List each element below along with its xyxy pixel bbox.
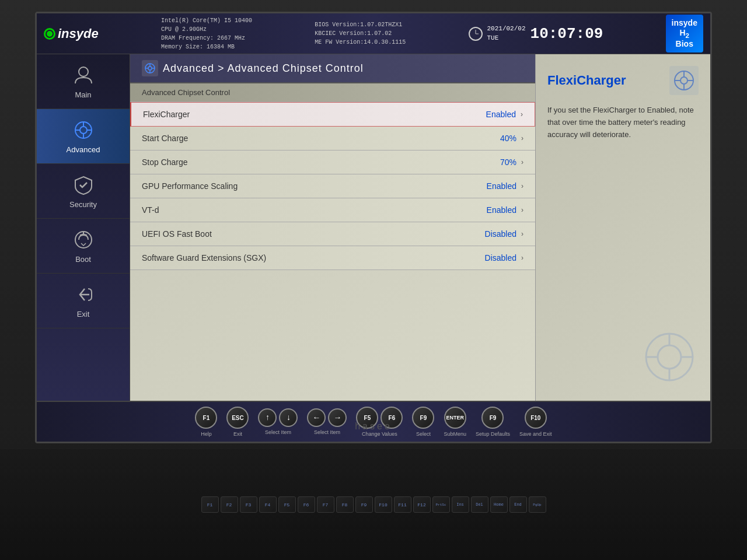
setting-value-text-4: Enabled	[487, 205, 516, 215]
select-item-label-1: Select Item	[265, 429, 291, 435]
arrow-right-button[interactable]: →	[328, 408, 347, 427]
key-f8[interactable]: F8	[336, 496, 354, 513]
center-panel: Advanced > Advanced Chipset Control Adva…	[130, 54, 535, 401]
setting-value-text-3: Enabled	[487, 181, 516, 191]
setting-name-6: Software Guard Extensions (SGX)	[142, 253, 266, 262]
f10-button[interactable]: F10	[525, 407, 547, 429]
settings-list: Advanced Chipset Control FlexiChargerEna…	[130, 83, 535, 401]
bios-screen: insyde Intel(R) Core(TM) I5 10400 CPU @ …	[35, 12, 712, 443]
sidebar-item-advanced[interactable]: Advanced	[37, 109, 130, 164]
table-row[interactable]: Software Guard Extensions (SGX)Disabled›	[130, 246, 535, 270]
setting-value-0: Enabled›	[486, 110, 523, 119]
enter-button[interactable]: ENTER	[444, 407, 466, 429]
setting-value-5: Disabled›	[485, 229, 523, 239]
svg-point-2	[80, 127, 87, 134]
bios-line1: BIOS Version:1.07.02THZX1	[315, 20, 406, 29]
arrow-left-button[interactable]: ←	[307, 408, 326, 427]
sidebar-item-boot[interactable]: Boot	[37, 219, 130, 274]
svg-point-0	[79, 67, 88, 76]
cpu-line1: Intel(R) Core(TM) I5 10400	[161, 16, 252, 25]
setting-name-1: Start Charge	[142, 134, 188, 143]
setting-value-2: 70%›	[500, 158, 523, 167]
arrow-updown-buttons: ↑ ↓	[258, 408, 298, 427]
arrow-up-button[interactable]: ↑	[258, 408, 277, 427]
key-prtsc[interactable]: PrtSc	[432, 496, 450, 513]
f1-button[interactable]: F1	[195, 407, 217, 429]
chevron-icon-0: ›	[521, 110, 523, 118]
svg-point-9	[148, 66, 152, 70]
datetime-area: 2021/02/02 TUE 10:07:09	[469, 24, 603, 43]
arrow-down-button[interactable]: ↓	[279, 408, 298, 427]
breadcrumb-icon	[142, 60, 158, 76]
sidebar-label-main: Main	[75, 90, 91, 99]
esc-key-group: ESC Exit	[226, 407, 249, 437]
hasee-brand: hasee	[355, 421, 392, 432]
setting-name-5: UEFI OS Fast Boot	[142, 229, 212, 239]
date-text: 2021/02/02 TUE	[487, 24, 526, 43]
info-description: If you set the FlexiCharger to Enabled, …	[547, 104, 699, 141]
f9-select-group: F9 Select	[412, 407, 434, 437]
arrow-updown-group: ↑ ↓ Select Item	[258, 408, 298, 435]
setting-value-text-1: 40%	[500, 134, 516, 143]
table-row[interactable]: VT-dEnabled›	[130, 198, 535, 222]
key-ins[interactable]: Ins	[452, 496, 469, 513]
breadcrumb-text: Advanced > Advanced Chipset Control	[163, 62, 364, 75]
cpu-line3: DRAM Frequency: 2667 MHz	[161, 34, 252, 43]
key-f1[interactable]: F1	[201, 496, 219, 513]
table-row[interactable]: Start Charge40%›	[130, 127, 535, 150]
sidebar-label-boot: Boot	[75, 255, 91, 264]
setting-value-6: Disabled›	[485, 253, 523, 262]
bios-line2: KBCIEC Version:1.07.02	[315, 29, 406, 38]
chevron-icon-6: ›	[521, 254, 523, 262]
key-f9[interactable]: F9	[355, 496, 373, 513]
main-content: Main Ad	[37, 54, 710, 401]
setting-name-3: GPU Performance Scaling	[142, 181, 238, 191]
chevron-icon-1: ›	[521, 134, 523, 142]
sidebar-item-main[interactable]: Main	[37, 54, 130, 109]
key-f6[interactable]: F6	[298, 496, 315, 513]
key-f11[interactable]: F11	[394, 496, 411, 513]
setting-value-4: Enabled›	[487, 205, 523, 215]
clock-icon	[469, 27, 483, 41]
exit-icon	[72, 283, 95, 306]
laptop-frame: insyde Intel(R) Core(TM) I5 10400 CPU @ …	[0, 0, 747, 560]
advanced-icon	[72, 118, 95, 142]
table-row[interactable]: FlexiChargerEnabled›	[130, 102, 535, 127]
key-f10[interactable]: F10	[375, 496, 392, 513]
key-f4[interactable]: F4	[259, 496, 277, 513]
insyde-circle-icon	[44, 28, 55, 40]
f9-select-button[interactable]: F9	[412, 407, 434, 429]
sidebar-item-exit[interactable]: Exit	[37, 274, 130, 328]
esc-button[interactable]: ESC	[226, 407, 249, 429]
key-f3[interactable]: F3	[240, 496, 257, 513]
setting-value-3: Enabled›	[487, 181, 523, 191]
key-f7[interactable]: F7	[317, 496, 334, 513]
setting-value-text-2: 70%	[500, 158, 516, 167]
key-pgup[interactable]: PgUp	[529, 496, 546, 513]
save-exit-label: Save and Exit	[519, 431, 552, 437]
sidebar-label-advanced: Advanced	[67, 145, 100, 154]
key-home[interactable]: Home	[490, 496, 508, 513]
cpu-info: Intel(R) Core(TM) I5 10400 CPU @ 2.90GHz…	[161, 16, 252, 51]
main-icon	[72, 64, 95, 87]
table-row[interactable]: UEFI OS Fast BootDisabled›	[130, 222, 535, 246]
sidebar-item-security[interactable]: Security	[37, 164, 130, 219]
table-row[interactable]: Stop Charge70%›	[130, 150, 535, 174]
chevron-icon-2: ›	[521, 158, 523, 166]
change-values-label: Change Values	[362, 431, 397, 437]
f9-defaults-button[interactable]: F9	[481, 407, 504, 429]
key-del[interactable]: Del	[471, 496, 488, 513]
key-f5[interactable]: F5	[278, 496, 296, 513]
keyboard-area: F1 F2 F3 F4 F5 F6 F7 F8 F9 F10 F11 F12 P…	[0, 449, 747, 560]
enter-key-group: ENTER SubMenu	[444, 407, 466, 437]
setting-value-1: 40%›	[500, 134, 523, 143]
bios-header: insyde Intel(R) Core(TM) I5 10400 CPU @ …	[37, 13, 710, 54]
setting-value-text-5: Disabled	[485, 229, 516, 239]
table-row[interactable]: GPU Performance ScalingEnabled›	[130, 174, 535, 198]
key-f2[interactable]: F2	[221, 496, 238, 513]
key-end[interactable]: End	[509, 496, 527, 513]
key-f12[interactable]: F12	[413, 496, 431, 513]
cpu-line2: CPU @ 2.90GHz	[161, 25, 252, 34]
bios-version: BIOS Version:1.07.02THZX1 KBCIEC Version…	[315, 20, 406, 47]
time-value: 10:07:09	[530, 25, 603, 43]
